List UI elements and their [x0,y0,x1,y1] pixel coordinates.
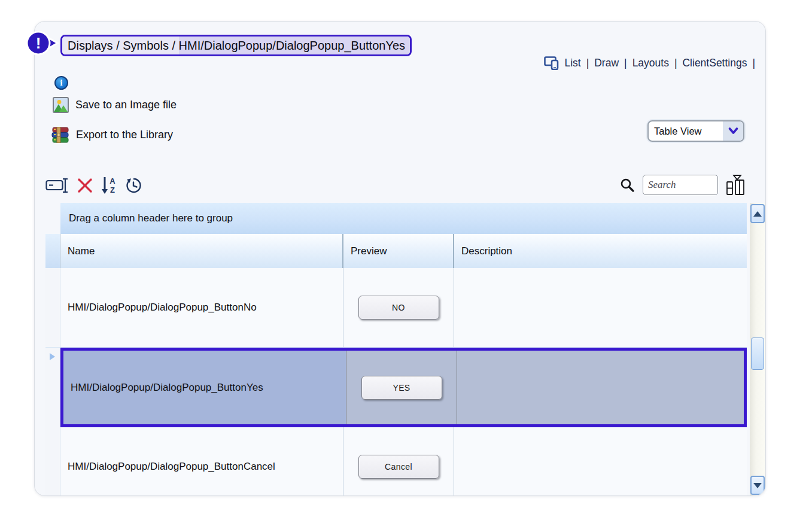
nav-link-list[interactable]: List [564,57,580,69]
nav-link-draw[interactable]: Draw [594,57,619,69]
triangle-down-icon [753,483,762,488]
symbol-preview-cell[interactable]: NO [343,268,454,347]
view-mode-select[interactable]: Table View [647,120,744,142]
sort-az-icon[interactable]: A Z [101,176,117,195]
delete-icon[interactable] [77,178,93,193]
scrollbar-thumb[interactable] [751,337,764,370]
devices-icon [544,56,560,70]
group-by-bar[interactable]: Drag a column header here to group [60,203,747,234]
breadcrumb[interactable]: Displays / Symbols / HMI/DialogPopup/Dia… [60,35,412,56]
group-by-hint: Drag a column header here to group [69,212,233,224]
row-gutter [45,268,60,347]
column-header-description[interactable]: Description [454,234,747,268]
grid-toolbar: A Z [45,174,142,197]
chevron-down-icon[interactable] [723,121,743,141]
preview-button-yes[interactable]: YES [361,376,442,400]
symbols-page-panel: Displays / Symbols / HMI/DialogPopup/Dia… [34,21,766,496]
row-gutter [45,427,60,496]
column-header-name[interactable]: Name [60,234,343,268]
table-row[interactable]: HMI/DialogPopup/DialogPopup_ButtonCancel… [45,427,747,496]
svg-text:A: A [110,177,115,186]
scroll-up-button[interactable] [750,204,765,223]
table-body: HMI/DialogPopup/DialogPopup_ButtonNo NO … [45,268,747,496]
view-nav: List | Draw | Layouts | ClientSettings | [544,56,756,70]
symbol-preview-cell[interactable]: Cancel [343,427,454,496]
alert-mark: ! [36,34,41,52]
preview-button-no[interactable]: NO [358,296,439,320]
nav-separator: | [585,57,591,69]
symbol-name[interactable]: HMI/DialogPopup/DialogPopup_ButtonNo [60,268,343,347]
symbol-description[interactable] [457,351,744,424]
alert-bubble: ! [25,29,62,59]
export-to-library-label[interactable]: Export to the Library [76,129,173,141]
nav-separator: | [751,57,756,69]
save-to-image-label[interactable]: Save to an Image file [75,99,177,111]
row-gutter [45,348,60,427]
table-header-row: Name Preview Description [45,234,747,268]
symbol-name[interactable]: HMI/DialogPopup/DialogPopup_ButtonYes [63,351,346,424]
symbol-description[interactable] [454,427,747,496]
symbol-preview-cell[interactable]: YES [346,351,457,424]
svg-text:Z: Z [110,186,115,194]
history-icon[interactable] [125,177,142,194]
symbol-name[interactable]: HMI/DialogPopup/DialogPopup_ButtonCancel [60,427,343,496]
breadcrumb-path[interactable]: Displays / Symbols / [62,37,179,55]
header-gutter [45,234,60,268]
nav-link-layouts[interactable]: Layouts [632,57,669,69]
nav-link-clientsettings[interactable]: ClientSettings [682,57,747,69]
preview-button-cancel[interactable]: Cancel [358,455,439,479]
info-icon[interactable]: i [54,76,68,90]
column-header-preview[interactable]: Preview [343,234,454,268]
symbol-description[interactable] [454,268,747,347]
image-file-icon [53,97,69,113]
nav-separator: | [673,57,679,69]
nav-separator: | [623,57,628,69]
search-cluster [620,172,745,197]
table-row[interactable]: HMI/DialogPopup/DialogPopup_ButtonNo NO [45,268,747,348]
search-icon [620,178,635,193]
search-input[interactable] [643,175,718,195]
symbols-table: Drag a column header here to group Name … [45,203,747,496]
triangle-up-icon [753,211,762,217]
export-to-library-action[interactable]: Export to the Library [51,127,173,143]
vertical-scrollbar[interactable] [750,203,765,496]
column-chooser-icon[interactable] [726,174,745,196]
breadcrumb-current-symbol[interactable]: HMI/DialogPopup/DialogPopup_ButtonYes [179,37,410,55]
selected-row-marker-icon [50,353,55,360]
scroll-down-button[interactable] [750,476,765,495]
library-archive-icon [51,127,69,143]
rename-icon[interactable] [45,178,69,193]
save-to-image-action[interactable]: Save to an Image file [53,97,177,113]
table-row-selected[interactable]: HMI/DialogPopup/DialogPopup_ButtonYes YE… [45,348,747,427]
view-mode-value[interactable]: Table View [649,121,723,141]
